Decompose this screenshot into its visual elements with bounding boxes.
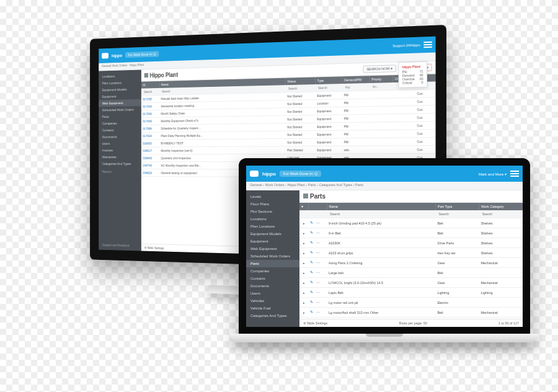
table-row[interactable]: ▸LOWCOL bright (3.0-15m•ASN) 14.5GearMec… <box>299 278 523 288</box>
edit-icon[interactable] <box>310 240 315 245</box>
expand-icon[interactable]: ▸ <box>299 288 308 298</box>
sidebar-item[interactable]: Plot Sections <box>246 208 299 215</box>
col-header[interactable]: ▾ <box>299 203 308 210</box>
col-header[interactable]: Name <box>327 203 436 210</box>
sidebar-item[interactable]: Categories And Types <box>99 161 141 167</box>
delete-icon[interactable] <box>316 280 321 285</box>
wo-id[interactable]: 017084 <box>141 125 159 132</box>
row-actions[interactable] <box>308 238 327 248</box>
table-row[interactable]: ▸Large beltBelt <box>299 268 523 278</box>
wo-id[interactable]: GW740 <box>141 162 159 169</box>
menu-icon[interactable] <box>510 171 519 177</box>
delete-icon[interactable] <box>316 270 321 275</box>
expand-icon[interactable]: ▸ <box>299 218 308 228</box>
row-actions[interactable] <box>308 228 327 238</box>
sidebar-item[interactable]: Invoices <box>99 147 141 154</box>
sidebar-group[interactable]: Support and Feedback <box>99 240 141 249</box>
row-actions[interactable] <box>308 278 327 288</box>
page-nav[interactable]: 1 to 50 of 117 <box>498 321 519 325</box>
search-input[interactable] <box>371 84 391 89</box>
expand-icon[interactable]: ▸ <box>299 248 308 258</box>
expand-icon[interactable]: ▸ <box>299 258 308 268</box>
col-header[interactable]: Demand/PM <box>342 76 370 84</box>
sidebar-item[interactable]: Locations <box>246 215 299 223</box>
search-input[interactable] <box>329 212 434 216</box>
col-header[interactable]: Part Type <box>436 203 479 210</box>
search-dropdown[interactable]: SEARCH NOW ▾ <box>363 65 396 73</box>
expand-icon[interactable]: ▸ <box>299 268 308 278</box>
wo-id[interactable]: GW622 <box>141 169 159 177</box>
expand-icon[interactable]: ▸ <box>299 278 308 288</box>
delete-icon[interactable] <box>316 290 321 295</box>
row-actions[interactable] <box>308 218 327 228</box>
col-header[interactable]: Work Category <box>479 203 523 210</box>
wo-id[interactable]: 017206 <box>141 110 159 117</box>
edit-icon[interactable] <box>310 260 315 265</box>
delete-icon[interactable] <box>316 310 321 315</box>
support-link[interactable]: Support 24/Hippo <box>392 43 420 47</box>
col-header[interactable]: Priority <box>370 75 392 83</box>
search-input[interactable] <box>317 86 340 90</box>
edit-icon[interactable] <box>310 310 315 314</box>
row-actions[interactable] <box>308 308 327 318</box>
sidebar-item[interactable]: Contacts <box>99 127 141 134</box>
sidebar-item[interactable]: Scheduled Work Orders <box>246 252 299 260</box>
row-actions[interactable] <box>308 268 327 278</box>
sidebar-item[interactable]: Users <box>99 140 141 147</box>
delete-icon[interactable] <box>316 300 321 305</box>
collapse-icon[interactable] <box>144 73 148 77</box>
wo-id[interactable]: 016920 <box>141 140 159 147</box>
table-row[interactable]: ▸A2230KDrive PartsShelves <box>299 238 523 248</box>
user-menu[interactable]: Mark and More ▾ <box>479 172 507 176</box>
sidebar-item[interactable]: Users <box>246 290 299 297</box>
sidebar-item[interactable]: Vehicles <box>246 297 299 305</box>
search-input[interactable] <box>481 212 521 216</box>
table-row[interactable]: ▸Lg motor/fwd shaft 313 mm OtherBeltMech… <box>299 308 523 318</box>
edit-icon[interactable] <box>310 280 315 285</box>
sidebar-item[interactable]: Levels <box>246 193 299 200</box>
row-actions[interactable] <box>308 258 327 268</box>
search-input[interactable] <box>287 86 314 91</box>
sidebar-item[interactable]: Equipment <box>246 238 299 245</box>
row-actions[interactable] <box>308 288 327 298</box>
col-header[interactable]: ID <box>141 81 159 89</box>
table-row[interactable]: ▸Lg motor rail unit pkElectric <box>299 298 523 308</box>
table-row[interactable]: ▸Axing Parts 2 OrderingGearMechanical <box>299 258 523 268</box>
table-row[interactable]: ▸Lapis BeltLightingLighting <box>299 288 523 298</box>
edit-icon[interactable] <box>310 300 315 305</box>
delete-icon[interactable] <box>316 241 321 246</box>
wo-id[interactable]: 017034 <box>141 132 159 140</box>
table-settings-button[interactable]: Table Settings <box>303 321 327 325</box>
context-pill[interactable]: For Work Done In: Q <box>280 171 321 177</box>
edit-icon[interactable] <box>310 230 315 235</box>
row-actions[interactable] <box>308 248 327 258</box>
delete-icon[interactable] <box>316 261 321 265</box>
sidebar-item[interactable]: Companies <box>99 120 141 127</box>
table-row[interactable]: ▸9-in BeltBeltShelves <box>299 228 523 238</box>
sidebar-item[interactable]: Floor Plans <box>246 200 299 208</box>
edit-icon[interactable] <box>310 250 315 255</box>
sidebar-item[interactable]: Contacts <box>246 275 299 282</box>
sidebar-item[interactable]: Equipment Models <box>246 230 299 238</box>
sidebar-item[interactable]: Vehicle Fuel <box>246 305 299 312</box>
wo-id[interactable]: GW942 <box>141 154 159 162</box>
expand-icon[interactable]: ▸ <box>299 298 308 308</box>
menu-icon[interactable] <box>423 42 432 48</box>
rows-per-page[interactable]: Rows per page: 50 <box>399 321 427 325</box>
search-input[interactable] <box>143 90 157 94</box>
sidebar-item[interactable]: Web Equipment <box>246 245 299 252</box>
edit-icon[interactable] <box>310 290 315 295</box>
wo-id[interactable]: GW017 <box>141 147 159 154</box>
sidebar-item[interactable]: Warranties <box>99 154 141 161</box>
search-input[interactable] <box>344 85 368 89</box>
table-row[interactable]: ▸A223 drum gripsHex Key setShelves <box>299 248 523 258</box>
delete-icon[interactable] <box>316 231 321 236</box>
wo-id[interactable]: 017234 <box>141 102 159 110</box>
table-settings-button[interactable]: Table Settings <box>144 246 164 249</box>
wo-id[interactable]: 017099 <box>141 117 159 125</box>
sidebar-group[interactable]: Reports <box>99 167 141 174</box>
expand-icon[interactable]: ▸ <box>299 308 308 318</box>
expand-icon[interactable]: ▸ <box>299 238 308 248</box>
context-pill[interactable]: For Work Done In: Q <box>125 51 159 58</box>
expand-icon[interactable]: ▸ <box>299 228 308 238</box>
